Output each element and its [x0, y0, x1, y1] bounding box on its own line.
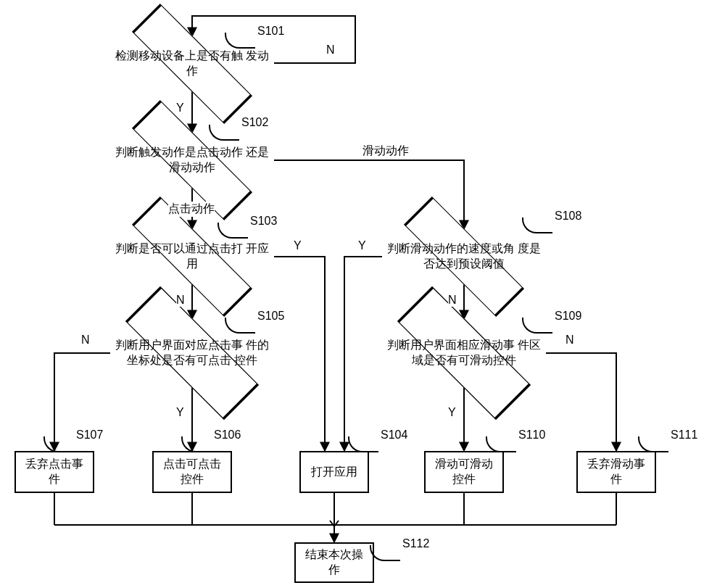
edge-label-yes: Y [176, 406, 184, 419]
process-s104: 打开应用 [299, 451, 369, 493]
step-id-s104: S104 [381, 428, 407, 442]
edge-label-no: N [176, 294, 185, 307]
decision-s108: 判断滑动动作的速度或角 度是否达到预设阈值 [382, 229, 546, 284]
callout-curve [44, 436, 74, 452]
decision-s108-text: 判断滑动动作的速度或角 度是否达到预设阈值 [382, 229, 546, 284]
step-id-s109: S109 [555, 310, 581, 323]
decision-s109: 判断用户界面相应滑动事 件区域是否有可滑动控件 [382, 319, 546, 387]
edge-label-slide-action: 滑动动作 [362, 144, 409, 159]
process-s107: 丢弃点击事 件 [14, 451, 94, 493]
decision-s109-text: 判断用户界面相应滑动事 件区域是否有可滑动控件 [382, 319, 546, 387]
step-id-s110: S110 [518, 428, 545, 442]
process-s106: 点击可点击 控件 [152, 451, 232, 493]
step-id-s102: S102 [241, 116, 268, 129]
step-id-s106: S106 [214, 428, 241, 442]
decision-s102-text: 判断触发动作是点击动作 还是滑动动作 [110, 133, 274, 188]
step-id-s101: S101 [257, 25, 284, 38]
decision-s102: 判断触发动作是点击动作 还是滑动动作 [110, 133, 274, 188]
process-s110: 滑动可滑动 控件 [424, 451, 504, 493]
edge-label-yes: Y [176, 102, 184, 115]
flowchart-canvas: 检测移动设备上是否有触 发动作 S101 判断触发动作是点击动作 还是滑动动作 … [0, 0, 725, 588]
step-id-s108: S108 [555, 210, 581, 223]
decision-s103: 判断是否可以通过点击打 开应用 [110, 229, 274, 284]
callout-curve [370, 545, 400, 561]
connector-layer [0, 0, 725, 588]
process-s111: 丢弃滑动事 件 [576, 451, 656, 493]
edge-label-no: N [81, 334, 90, 347]
edge-label-no: N [326, 44, 335, 57]
decision-s103-text: 判断是否可以通过点击打 开应用 [110, 229, 274, 284]
callout-curve [638, 436, 668, 452]
edge-label-yes: Y [294, 239, 302, 252]
step-id-s112: S112 [402, 537, 429, 550]
edge-label-no: N [448, 294, 457, 307]
edge-label-no: N [566, 334, 574, 347]
step-id-s105: S105 [257, 310, 284, 323]
callout-curve [348, 436, 378, 452]
callout-curve [181, 436, 212, 452]
step-id-s103: S103 [250, 215, 277, 228]
edge-label-yes: Y [358, 239, 366, 252]
step-id-s111: S111 [671, 428, 697, 442]
process-s112: 结束本次操 作 [294, 542, 374, 583]
step-id-s107: S107 [76, 428, 103, 442]
edge-label-click-action: 点击动作 [168, 202, 215, 217]
edge-label-yes: Y [448, 406, 456, 419]
callout-curve [486, 436, 516, 452]
